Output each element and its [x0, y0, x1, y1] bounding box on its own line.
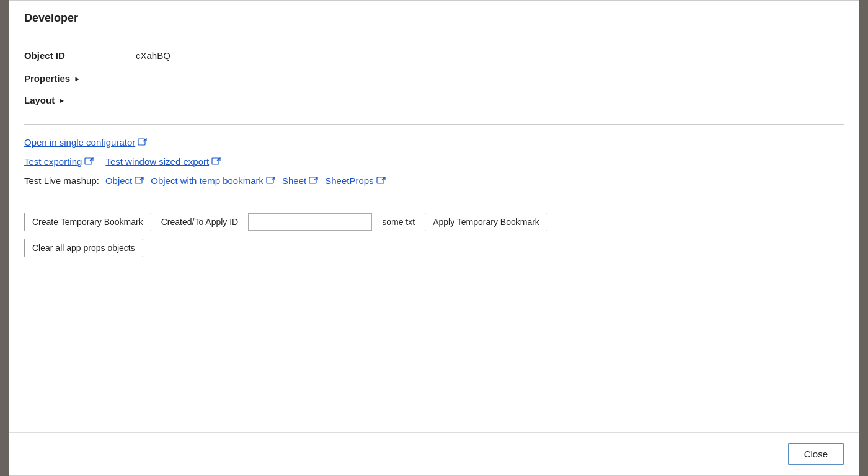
- svg-rect-8: [267, 177, 273, 183]
- properties-row[interactable]: Properties ►: [24, 73, 844, 84]
- object-id-label: Object ID: [24, 50, 136, 61]
- svg-rect-4: [212, 158, 219, 164]
- divider-2: [24, 201, 844, 201]
- open-configurator-icon: [138, 138, 148, 147]
- modal-header: Developer: [9, 1, 859, 35]
- sheet-props-link[interactable]: SheetProps: [325, 175, 386, 186]
- close-button[interactable]: Close: [788, 443, 844, 465]
- object-id-value: cXahBQ: [136, 50, 170, 61]
- object-link[interactable]: Object: [105, 175, 144, 186]
- test-exporting-link[interactable]: Test exporting: [24, 156, 94, 167]
- properties-label: Properties: [24, 73, 70, 84]
- sheet-props-link-icon: [376, 177, 386, 185]
- svg-rect-6: [135, 177, 142, 183]
- object-id-row: Object ID cXahBQ: [24, 50, 844, 61]
- properties-chevron-icon: ►: [74, 75, 81, 82]
- developer-modal: Developer Object ID cXahBQ Properties ► …: [9, 0, 859, 476]
- modal-body: Object ID cXahBQ Properties ► Layout ► O…: [9, 35, 859, 432]
- test-window-export-link[interactable]: Test window sized export: [105, 156, 221, 167]
- created-to-apply-label: Created/To Apply ID: [161, 217, 239, 227]
- layout-row[interactable]: Layout ►: [24, 95, 844, 105]
- create-bookmark-button[interactable]: Create Temporary Bookmark: [24, 213, 151, 231]
- live-mashup-prefix: Test Live mashup:: [24, 175, 99, 186]
- svg-rect-0: [138, 139, 145, 145]
- sheet-link[interactable]: Sheet: [282, 175, 319, 186]
- live-mashup-row: Test Live mashup: Object Object with: [24, 175, 844, 186]
- divider-1: [24, 124, 844, 125]
- button-section: Create Temporary Bookmark Created/To App…: [24, 213, 844, 257]
- test-exporting-icon: [84, 157, 94, 166]
- test-window-export-icon: [211, 157, 221, 166]
- layout-label: Layout: [24, 95, 55, 105]
- object-temp-bookmark-link[interactable]: Object with temp bookmark: [151, 175, 276, 186]
- clear-row: Clear all app props objects: [24, 239, 844, 257]
- object-link-icon: [135, 177, 144, 185]
- svg-rect-2: [85, 158, 92, 164]
- link-section: Open in single configurator Test exporti: [24, 137, 844, 186]
- bookmark-id-input[interactable]: [248, 213, 372, 231]
- bookmark-row: Create Temporary Bookmark Created/To App…: [24, 213, 844, 231]
- modal-wrapper: Developer Object ID cXahBQ Properties ► …: [9, 0, 868, 476]
- test-links-row: Test exporting Test window sized export: [24, 156, 844, 167]
- clear-app-props-button[interactable]: Clear all app props objects: [24, 239, 143, 257]
- layout-chevron-icon: ►: [58, 97, 65, 104]
- sheet-link-icon: [309, 177, 319, 185]
- svg-rect-10: [309, 177, 316, 183]
- open-configurator-row: Open in single configurator: [24, 137, 844, 148]
- some-txt-label: some txt: [382, 217, 415, 227]
- modal-footer: Close: [9, 432, 859, 475]
- object-temp-bookmark-icon: [266, 177, 276, 185]
- open-configurator-link[interactable]: Open in single configurator: [24, 137, 148, 148]
- modal-title: Developer: [24, 12, 78, 24]
- svg-rect-12: [377, 177, 384, 183]
- apply-bookmark-button[interactable]: Apply Temporary Bookmark: [425, 213, 547, 231]
